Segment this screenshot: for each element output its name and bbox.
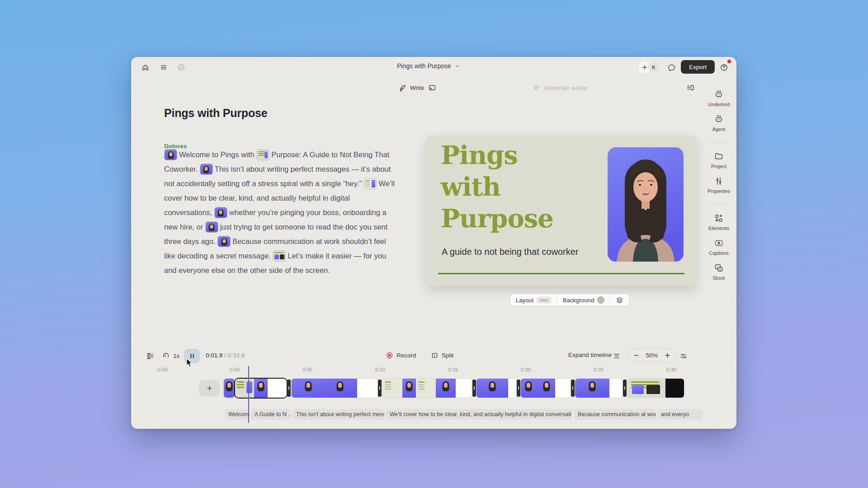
caption-chip[interactable]: We'll cover how to be clear, kind, and a… [386, 409, 572, 420]
help-button[interactable] [717, 61, 731, 74]
background-button[interactable]: Background [557, 294, 610, 306]
preview-underline [438, 273, 684, 274]
avatar-thumbnail-icon[interactable] [206, 222, 218, 232]
sidebar-item-properties[interactable]: Properties [704, 176, 733, 194]
timecode: 0:01.9 / 0:33.6 [206, 352, 245, 359]
caption-chip[interactable]: This isn't about writing perfect messag … [292, 409, 384, 420]
current-time: 0:01.9 [206, 352, 223, 359]
avatar-thumbnail-icon[interactable] [215, 207, 227, 218]
script-segment[interactable]: Welcome to Pings with [179, 150, 256, 159]
robot-icon [714, 114, 724, 124]
timeline-clip[interactable] [521, 379, 571, 398]
clip-trim-handle[interactable] [571, 380, 575, 397]
clip-trim-handle[interactable] [623, 380, 627, 397]
caption-chip[interactable]: and everyo [657, 409, 703, 420]
invite-collaborators[interactable]: K [638, 61, 659, 74]
top-bar: Pings with Purpose K Export [131, 57, 736, 77]
timeline-captions: Welcom ... A Guide to N ... This isn't a… [131, 409, 736, 420]
video-preview[interactable]: Pings with Purpose A guide to not being … [426, 136, 696, 286]
clip-trim-handle[interactable] [378, 380, 382, 397]
generate-avatar-button[interactable]: Generate avatar [533, 82, 588, 94]
caption-chip[interactable]: A Guide to N ... [251, 409, 291, 420]
sidebar-item-underlord[interactable]: Underlord [704, 89, 733, 107]
frame-icon [428, 84, 436, 92]
zoom-out-icon[interactable] [633, 352, 639, 358]
timeline-tracks-icon[interactable] [613, 352, 621, 361]
export-button[interactable]: Export [681, 60, 715, 74]
stock-media-icon [714, 263, 724, 273]
preview-toolbar: Layout Intro Background [510, 294, 629, 306]
timeline-clip[interactable] [292, 379, 377, 398]
write-quill-icon [399, 84, 406, 92]
clip-trim-handle[interactable] [287, 380, 291, 397]
project-title: Pings with Purpose [397, 62, 451, 70]
clip-trim-handle[interactable] [472, 380, 476, 397]
app-window: Pings with Purpose K Export Write [131, 57, 736, 429]
layers-button[interactable] [610, 294, 629, 306]
script-editor[interactable]: Welcome to Pings with Purpose: A Guide t… [164, 147, 396, 277]
help-icon [720, 63, 728, 72]
plus-icon [206, 385, 213, 392]
user-avatar[interactable]: K [648, 62, 659, 73]
timeline-clip[interactable] [224, 379, 235, 398]
folder-icon [714, 151, 724, 161]
slide-thumbnail-icon[interactable] [364, 178, 376, 189]
split-button[interactable]: Split [431, 352, 453, 359]
zoom-in-icon[interactable] [665, 352, 670, 358]
presenter-video[interactable] [608, 147, 684, 262]
playhead[interactable] [248, 366, 249, 423]
caption-chip[interactable]: Because communication at work sh [574, 409, 656, 420]
tab-write[interactable]: Write [399, 82, 424, 94]
timeline-zoom-control: 50% [628, 348, 675, 362]
clip-trim-handle[interactable] [517, 380, 520, 397]
avatar-thumbnail-icon[interactable] [165, 150, 177, 160]
outro-thumbnail-icon[interactable] [273, 251, 285, 261]
playback-speed-button[interactable]: 1x [162, 352, 179, 360]
timeline-settings-icon[interactable] [679, 352, 688, 361]
add-scene-button[interactable] [199, 380, 220, 397]
sidebar-item-elements[interactable]: Elements [704, 213, 733, 231]
title-card-thumbnail-icon[interactable] [257, 150, 269, 160]
timeline-clip[interactable] [575, 379, 623, 398]
comments-icon[interactable] [665, 61, 678, 74]
home-icon[interactable] [138, 61, 152, 74]
scene-view-button[interactable] [428, 82, 436, 94]
panel-divider [421, 80, 421, 95]
script-heading[interactable]: Pings with Purpose [164, 107, 267, 120]
sync-status-icon [175, 61, 188, 74]
sidebar-item-agent[interactable]: Agent [704, 114, 733, 132]
timeline-clip-selected[interactable] [235, 379, 287, 398]
menu-icon[interactable] [157, 61, 170, 74]
record-button[interactable]: Record [386, 352, 416, 359]
sidebar-divider [709, 142, 729, 142]
timeline-clip[interactable] [476, 379, 516, 398]
project-title-menu[interactable]: Pings with Purpose [397, 62, 460, 70]
layout-button[interactable]: Layout Intro [510, 294, 557, 306]
toggle-right-panel-button[interactable] [686, 82, 694, 94]
script-overlay-icon[interactable] [146, 352, 154, 361]
preview-title: Pings with Purpose [441, 139, 553, 234]
transport-bar: 1x 0:01.9 / 0:33.6 Record Split Expand t… [131, 348, 736, 364]
expand-timeline-button[interactable]: Expand timeline [568, 352, 612, 358]
sidebar-item-captions[interactable]: Captions [704, 238, 733, 256]
layers-icon [616, 296, 623, 304]
person-plus-icon [533, 84, 540, 92]
avatar-thumbnail-icon[interactable] [200, 164, 212, 174]
split-icon [431, 352, 439, 359]
desktop-background: Pings with Purpose K Export Write [0, 0, 868, 488]
caption-chip[interactable]: Welcom ... [225, 409, 249, 420]
avatar-thumbnail-icon[interactable] [218, 236, 230, 247]
timeline-ruler[interactable]: -0:05 0:00 0:05 0:10 0:15 0:20 0:25 0:30 [131, 367, 714, 376]
zoom-level: 50% [646, 352, 658, 359]
robot-icon [714, 89, 724, 99]
total-time: 0:33.6 [228, 352, 245, 359]
chevron-down-icon [455, 64, 460, 69]
sidebar-item-project[interactable]: Project [704, 151, 733, 169]
timeline-clip[interactable] [627, 379, 684, 398]
sliders-icon [714, 176, 724, 186]
sidebar-item-stock[interactable]: Stock [704, 263, 733, 281]
record-icon [386, 352, 393, 359]
sidebar-divider [709, 204, 729, 204]
timeline-clip[interactable] [382, 379, 472, 398]
background-swatch [597, 296, 604, 304]
